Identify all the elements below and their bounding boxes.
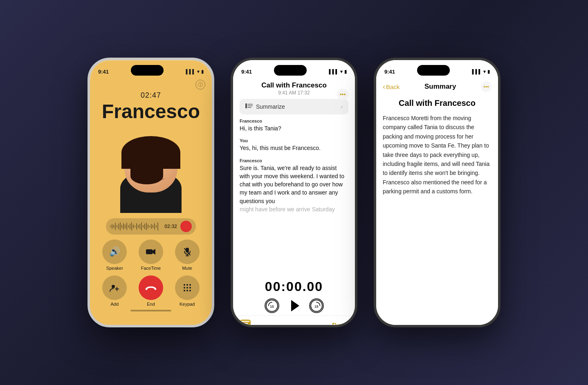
- forward-15-button[interactable]: 15: [309, 298, 324, 313]
- status-icons-phone1: ▌▌▌ ▾ ▮: [186, 69, 204, 74]
- transcript-messages: Francesco Hi, is this Tania? You Yes, hi…: [233, 119, 355, 275]
- playback-section: 00:00.00 15 15: [233, 275, 355, 316]
- wave-line: [123, 223, 124, 230]
- svg-marker-1: [153, 249, 155, 255]
- svg-rect-0: [146, 249, 153, 254]
- svg-point-19: [189, 290, 191, 291]
- status-time-phone3: 9:41: [384, 69, 395, 75]
- more-options-button[interactable]: •••: [337, 89, 348, 100]
- mute-button[interactable]: Mute: [175, 240, 200, 271]
- summarize-text: Summarize: [256, 103, 285, 110]
- speaker-1: Francesco: [240, 119, 348, 123]
- speaker-2: You: [240, 138, 348, 143]
- back-label: Back: [386, 83, 399, 90]
- phone-summary-screen: 9:41 ▌▌▌ ▾ ▮ ‹ Back Summary ••• Call wit…: [374, 58, 500, 327]
- battery-icon: ▮: [344, 69, 347, 74]
- battery-icon: ▮: [201, 69, 204, 74]
- wave-line: [113, 225, 114, 228]
- waveform-time: 02:32: [164, 224, 177, 229]
- svg-text:15: 15: [314, 304, 319, 309]
- speaker-button[interactable]: 🔊 Speaker: [102, 240, 127, 271]
- wifi-icon: ▾: [340, 69, 343, 74]
- transcript-content-area: Call with Francesco 9:41 AM 17:32 ••• Su…: [233, 80, 355, 327]
- summarize-button[interactable]: Summarize ›: [240, 99, 348, 114]
- wave-line: [141, 222, 142, 231]
- wave-line: [117, 225, 117, 228]
- wave-line: [118, 224, 119, 229]
- svg-point-6: [112, 285, 115, 288]
- phone-transcript-screen: 9:41 ▌▌▌ ▾ ▮ Call with Francesco 9:41 AM…: [231, 58, 357, 327]
- keypad-label: Keypad: [180, 302, 195, 307]
- summary-more-button[interactable]: •••: [481, 81, 491, 92]
- add-label: Add: [111, 302, 119, 307]
- wave-line: [138, 225, 139, 228]
- info-icon[interactable]: ⓘ: [195, 80, 205, 90]
- wave-line: [115, 223, 116, 230]
- waveform-visual: [110, 222, 162, 231]
- svg-point-12: [186, 284, 188, 286]
- transcript-footer: Done: [233, 316, 355, 327]
- message-text-1: Hi, is this Tania?: [240, 124, 348, 132]
- svg-text:15: 15: [270, 304, 274, 309]
- summary-content: Call with Francesco Francesco Moretti fr…: [376, 95, 498, 221]
- add-button[interactable]: Add: [102, 275, 127, 307]
- message-block-3: Francesco Sure is. Tania, we're all read…: [240, 158, 348, 214]
- transcript-chat-icon[interactable]: [240, 319, 251, 327]
- end-call-icon-circle: [139, 275, 163, 300]
- wave-line: [131, 222, 132, 231]
- call-controls: 🔊 Speaker FaceTime: [97, 240, 205, 307]
- wave-line: [120, 222, 121, 231]
- controls-row-1: 🔊 Speaker FaceTime: [97, 240, 205, 271]
- wave-line: [151, 224, 152, 229]
- wave-line: [135, 226, 135, 227]
- call-screen: ⓘ 02:47 Francesco: [90, 80, 212, 327]
- speaker-3: Francesco: [240, 158, 348, 163]
- end-call-button[interactable]: End: [139, 275, 163, 307]
- dynamic-island-phone2: [274, 65, 307, 76]
- phone-call-screen: 9:41 ▌▌▌ ▾ ▮ ⓘ 02:47 Francesco: [88, 58, 214, 327]
- summarize-left: Summarize: [245, 103, 285, 110]
- wifi-icon: ▾: [197, 69, 200, 74]
- caller-name: Francesco: [102, 101, 200, 122]
- speaker-icon-circle: 🔊: [102, 240, 127, 264]
- message-text-3: Sure is. Tania, we're all ready to assis…: [240, 164, 348, 205]
- playback-controls: 15 15: [265, 298, 324, 313]
- transcript-title: Call with Francesco: [240, 81, 348, 90]
- svg-rect-31: [241, 325, 246, 326]
- facetime-button[interactable]: FaceTime: [139, 240, 163, 271]
- done-button[interactable]: Done: [332, 322, 348, 327]
- summarize-icon: [245, 103, 253, 110]
- keypad-button[interactable]: Keypad: [175, 275, 200, 307]
- message-text-3-fade: might have before we arrive Saturday: [240, 205, 348, 213]
- wave-line: [157, 222, 158, 231]
- wave-line: [146, 223, 147, 230]
- transcript-subtitle: 9:41 AM 17:32: [240, 90, 348, 96]
- transcript-header: Call with Francesco 9:41 AM 17:32: [233, 80, 355, 99]
- svg-point-15: [186, 287, 188, 289]
- summary-title: Summary: [424, 83, 456, 91]
- svg-point-18: [186, 290, 188, 291]
- rewind-15-button[interactable]: 15: [265, 298, 279, 313]
- message-block-1: Francesco Hi, is this Tania?: [240, 119, 348, 132]
- playback-timer: 00:00.00: [265, 279, 323, 294]
- signal-icon: ▌▌▌: [186, 69, 195, 74]
- wave-line: [143, 225, 144, 228]
- play-button[interactable]: [289, 300, 299, 311]
- wave-line: [154, 223, 155, 230]
- summary-nav: ‹ Back Summary •••: [376, 80, 498, 95]
- dynamic-island-phone3: [417, 65, 450, 76]
- wave-line: [110, 226, 111, 227]
- svg-point-14: [184, 287, 185, 289]
- wave-line: [121, 225, 122, 228]
- record-button[interactable]: [180, 221, 192, 232]
- wave-line: [139, 224, 140, 229]
- wifi-icon: ▾: [483, 69, 486, 74]
- wave-line: [153, 225, 153, 228]
- signal-icon: ▌▌▌: [472, 69, 482, 74]
- mute-icon-circle: [175, 240, 200, 264]
- signal-icon: ▌▌▌: [329, 69, 339, 74]
- wave-line: [128, 225, 129, 228]
- battery-icon: ▮: [487, 69, 490, 74]
- back-button[interactable]: ‹ Back: [383, 83, 399, 91]
- wave-line: [126, 223, 127, 230]
